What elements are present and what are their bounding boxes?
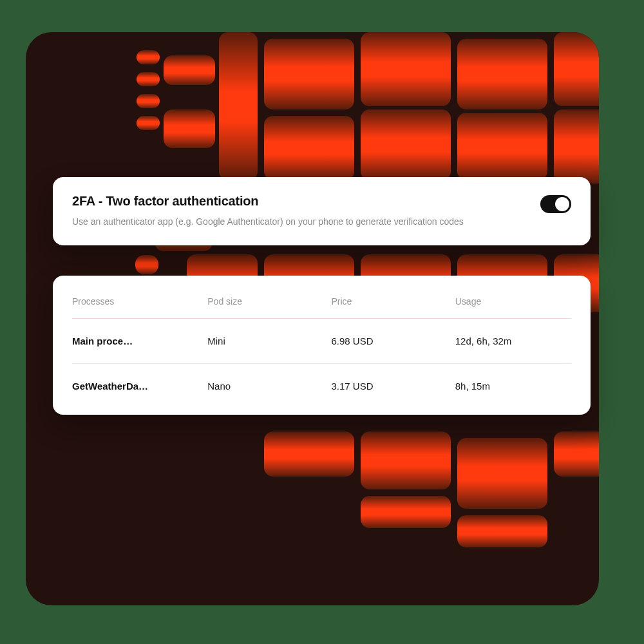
twofa-toggle[interactable] bbox=[540, 195, 571, 213]
twofa-description: Use an authenticator app (e.g. Google Au… bbox=[72, 215, 471, 229]
table-row: Main proce… Mini 6.98 USD 12d, 6h, 32m bbox=[72, 319, 571, 364]
twofa-card: 2FA - Two factor authentication Use an a… bbox=[53, 177, 591, 245]
processes-table: Processes Pod size Price Usage Main proc… bbox=[72, 292, 571, 408]
cell-process: Main proce… bbox=[72, 336, 200, 346]
cell-podsize: Mini bbox=[207, 336, 323, 346]
cell-podsize: Nano bbox=[207, 381, 323, 392]
table-header-row: Processes Pod size Price Usage bbox=[72, 292, 571, 319]
cell-usage: 8h, 15m bbox=[455, 381, 571, 392]
col-header-processes: Processes bbox=[72, 296, 200, 307]
processes-card: Processes Pod size Price Usage Main proc… bbox=[53, 276, 591, 415]
cell-price: 6.98 USD bbox=[332, 336, 448, 346]
table-row: GetWeatherDa… Nano 3.17 USD 8h, 15m bbox=[72, 364, 571, 408]
col-header-usage: Usage bbox=[455, 296, 571, 307]
col-header-price: Price bbox=[332, 296, 448, 307]
toggle-knob bbox=[555, 197, 569, 211]
cell-price: 3.17 USD bbox=[332, 381, 448, 392]
col-header-podsize: Pod size bbox=[207, 296, 323, 307]
twofa-title: 2FA - Two factor authentication bbox=[72, 194, 525, 209]
cell-usage: 12d, 6h, 32m bbox=[455, 336, 571, 346]
cell-process: GetWeatherDa… bbox=[72, 381, 200, 392]
